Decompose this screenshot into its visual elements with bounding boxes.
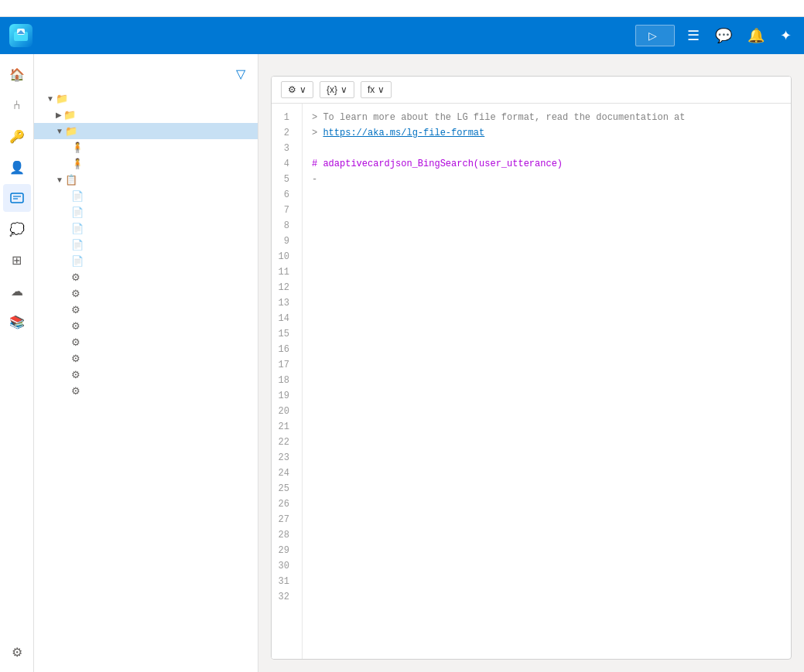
chevron-down-icon: ∨ <box>378 84 385 95</box>
spacer <box>65 305 70 314</box>
chat-icon[interactable]: 💬 <box>712 24 735 47</box>
spacer <box>65 240 70 249</box>
tree-item-root[interactable]: ▼ 📁 <box>34 90 258 107</box>
expand-icon: ▼ <box>56 176 63 184</box>
chevron-down-icon: ∨ <box>299 84 306 95</box>
editor-content[interactable]: 12345 678910 1112131415 1617181920 21222… <box>272 104 791 659</box>
spacer <box>65 387 70 395</box>
person-icon: 🧍 <box>71 158 84 169</box>
system-icon: ⚙ <box>71 304 80 316</box>
editor-toolbar: ⚙ ∨ {x} ∨ fx ∨ <box>272 77 791 104</box>
doc-icon: 📄 <box>71 255 84 267</box>
key-icon[interactable]: 🔑 <box>3 122 31 150</box>
fx-icon: fx <box>368 84 375 95</box>
expand-icon: ▶ <box>56 111 62 119</box>
main-content: ⚙ ∨ {x} ∨ fx ∨ 12345 678910 1112131415 <box>258 54 804 672</box>
doc-icon: 📄 <box>71 223 84 234</box>
book-icon[interactable]: 📚 <box>3 308 31 336</box>
spacer <box>65 224 70 233</box>
header-icons: ☰ 💬 🔔 ✦ <box>684 24 795 47</box>
gear-icon[interactable]: ⚙ <box>3 638 31 666</box>
tree-item-thank-you[interactable]: ⚙ <box>34 383 258 399</box>
tree-item-confirmed-success[interactable]: ⚙ <box>34 285 258 302</box>
start-bot-button[interactable]: ▷ <box>635 25 675 46</box>
expand-icon: ▼ <box>46 94 54 103</box>
notification-icon[interactable]: 🔔 <box>744 24 768 47</box>
play-icon: ▷ <box>648 29 657 42</box>
tree-item-lesson3[interactable]: 📄 <box>34 220 258 237</box>
tree-item-goodbye[interactable]: ⚙ <box>34 334 258 350</box>
filter-icon[interactable]: ▽ <box>236 67 245 81</box>
settings-icon[interactable]: ✦ <box>777 24 795 47</box>
folder-icon: 📁 <box>65 125 77 137</box>
system-icon: ⚙ <box>71 320 80 332</box>
spacer <box>65 322 70 330</box>
tree-item-lesson2[interactable]: 📄 <box>34 204 258 220</box>
grid-icon[interactable]: ⊞ <box>3 246 31 274</box>
spacer <box>65 354 70 363</box>
tree-item-meals[interactable]: 🧍 <box>34 139 258 155</box>
tree-item-escalate[interactable]: ⚙ <box>34 318 258 334</box>
system-icon: ⚙ <box>71 288 80 299</box>
svg-rect-3 <box>11 193 23 203</box>
system-icon: ⚙ <box>71 369 80 380</box>
system-icon: ⚙ <box>71 353 80 364</box>
doc-icon: 📄 <box>71 190 84 202</box>
folder-icon: 📁 <box>63 109 76 121</box>
tree-item-greeting[interactable]: ⚙ <box>34 350 258 367</box>
spacer <box>65 192 70 200</box>
system-icon: ⚙ <box>71 336 80 348</box>
template-icon: ⚙ <box>288 84 296 95</box>
sidebar-header: ▽ <box>34 54 258 87</box>
variable-button[interactable]: {x} ∨ <box>320 81 354 98</box>
spacer <box>65 338 70 346</box>
tree-item-confirmed-failure[interactable]: ⚙ <box>34 269 258 285</box>
function-button[interactable]: fx ∨ <box>361 81 392 98</box>
menu-bar <box>0 0 804 17</box>
tree-item-pva-topics[interactable]: ▼ 📋 <box>34 172 258 188</box>
spacer <box>65 370 70 379</box>
code-editor: ⚙ ∨ {x} ∨ fx ∨ 12345 678910 1112131415 <box>271 76 792 660</box>
spacer <box>65 273 70 281</box>
chat-bubble-icon[interactable]: 💭 <box>3 215 31 243</box>
list-icon: 📋 <box>65 174 77 186</box>
people-icon[interactable]: 👤 <box>3 153 31 181</box>
spacer <box>65 208 70 217</box>
expand-icon: ▼ <box>56 127 63 135</box>
tree-item-start-over[interactable]: ⚙ <box>34 367 258 383</box>
app-logo <box>9 24 33 47</box>
folder-icon: 📁 <box>56 93 68 104</box>
spacer <box>65 289 70 298</box>
tree-item-common[interactable]: ▶ 📁 <box>34 107 258 123</box>
cloud-icon[interactable]: ☁ <box>3 277 31 305</box>
system-icon: ⚙ <box>71 271 80 283</box>
spacer <box>65 143 70 152</box>
home-icon[interactable]: 🏠 <box>3 60 31 88</box>
spacer <box>65 257 70 265</box>
code-area[interactable]: > To learn more about the LG file format… <box>303 104 791 659</box>
tree-item-contoso-meal[interactable]: ▼ 📁 <box>34 123 258 139</box>
variable-icon: {x} <box>327 84 337 95</box>
app-header: ▷ ☰ 💬 🔔 ✦ <box>0 17 804 54</box>
menu-hamburger-icon[interactable]: ☰ <box>684 24 703 47</box>
sidebar-tree: ▼ 📁 ▶ 📁 ▼ 📁 🧍 <box>34 87 258 672</box>
icon-rail: 🏠 ⑃ 🔑 👤 💭 ⊞ ☁ 📚 ⚙ <box>0 54 34 672</box>
sidebar: ▽ ▼ 📁 ▶ 📁 ▼ 📁 <box>34 54 258 672</box>
tree-item-meal-delivery[interactable]: 📄 <box>34 253 258 269</box>
tree-item-lesson1[interactable]: 📄 <box>34 188 258 204</box>
tree-item-lesson4[interactable]: 📄 <box>34 237 258 253</box>
template-button[interactable]: ⚙ ∨ <box>281 81 313 98</box>
line-numbers: 12345 678910 1112131415 1617181920 21222… <box>272 104 303 659</box>
doc-icon: 📄 <box>71 239 84 251</box>
spacer <box>65 159 70 168</box>
tree-item-end-of-conversation[interactable]: ⚙ <box>34 302 258 318</box>
tree-item-daily-specials[interactable]: 🧍 <box>34 155 258 172</box>
responses-icon[interactable] <box>3 184 31 212</box>
person-icon: 🧍 <box>71 142 84 153</box>
chevron-down-icon: ∨ <box>340 84 347 95</box>
flow-icon[interactable]: ⑃ <box>3 91 31 119</box>
main-layout: 🏠 ⑃ 🔑 👤 💭 ⊞ ☁ 📚 ⚙ ▽ ▼ 📁 <box>0 54 804 672</box>
doc-icon: 📄 <box>71 206 84 218</box>
system-icon: ⚙ <box>71 385 80 397</box>
